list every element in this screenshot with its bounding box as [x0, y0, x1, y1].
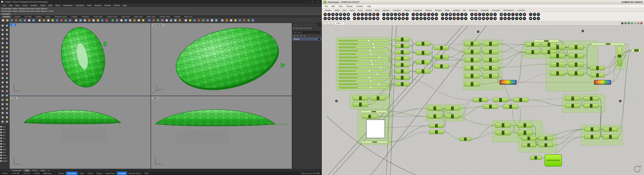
component-icon[interactable]: [452, 17, 456, 20]
gh-component[interactable]: [496, 123, 511, 128]
gh-component[interactable]: [565, 96, 580, 101]
menu-item[interactable]: Mesh: [54, 4, 62, 6]
gh-component[interactable]: [483, 66, 498, 70]
status-toggle[interactable]: Grid Snap: [66, 172, 78, 175]
toolbar-icon[interactable]: [242, 18, 246, 22]
tool-icon[interactable]: [5, 50, 9, 54]
component-icon[interactable]: [431, 17, 434, 20]
menu-item[interactable]: Curve: [21, 4, 29, 6]
gh-component[interactable]: [464, 58, 480, 62]
toolbar-icon[interactable]: [206, 18, 210, 22]
status-toggle[interactable]: SmartTrack: [104, 172, 116, 175]
component-tab[interactable]: Honeybee: [490, 9, 502, 12]
gh-component[interactable]: [565, 104, 580, 108]
viewport-perspective[interactable]: x z y Perspective: [151, 23, 292, 96]
osnap-toggle[interactable]: ✓Perp: [0, 142, 9, 145]
component-icon[interactable]: [504, 13, 507, 16]
component-icon[interactable]: [523, 13, 526, 16]
tool-icon[interactable]: [5, 72, 9, 76]
gh-component[interactable]: [584, 96, 599, 101]
canvas-widget[interactable]: [582, 30, 584, 32]
component-icon[interactable]: [435, 17, 438, 20]
zoom-control[interactable]: 100%: [335, 22, 344, 25]
component-icon[interactable]: [445, 13, 448, 16]
component-icon[interactable]: [533, 17, 536, 20]
component-icon[interactable]: [482, 17, 485, 20]
tool-icon[interactable]: [5, 45, 9, 49]
component-icon[interactable]: [445, 17, 448, 20]
tool-icon[interactable]: [5, 32, 9, 36]
gh-component[interactable]: [550, 71, 565, 76]
toolbar-icon[interactable]: [152, 18, 156, 22]
toolbar-tab[interactable]: Curve Tools: [92, 15, 104, 18]
component-icon[interactable]: [382, 17, 386, 20]
gh-component[interactable]: [395, 50, 410, 54]
tool-icon[interactable]: [0, 98, 4, 102]
menu-item[interactable]: View: [336, 5, 344, 7]
canvas-display-toggle[interactable]: [624, 22, 627, 25]
component-tab[interactable]: Kangaroo2: [412, 9, 424, 12]
component-icon[interactable]: [376, 17, 379, 20]
open-document-icon[interactable]: [327, 22, 330, 25]
component-icon[interactable]: [507, 17, 511, 20]
osnap-toggle[interactable]: Tan: [0, 145, 9, 148]
toolbar-tab[interactable]: CPlanes: [12, 15, 23, 18]
toolbar-icon[interactable]: [229, 18, 233, 22]
component-icon[interactable]: [335, 17, 338, 20]
component-tab[interactable]: Maths: [333, 9, 341, 12]
panel-tab-icon[interactable]: [296, 24, 298, 26]
cplane-selector[interactable]: CPlane: [0, 172, 10, 175]
gh-component[interactable]: [539, 136, 553, 140]
viewport-canvas-top[interactable]: x y: [10, 23, 150, 96]
status-toggle[interactable]: Planar: [86, 172, 95, 175]
gh-component[interactable]: [445, 106, 460, 110]
toolbar-tab[interactable]: SubD Tools: [132, 15, 145, 18]
tool-icon[interactable]: [0, 120, 4, 124]
gh-number-slider[interactable]: [338, 63, 384, 65]
layers-toolbar-icon[interactable]: [310, 27, 312, 29]
gh-component[interactable]: [464, 50, 480, 54]
tool-icon[interactable]: [5, 98, 9, 102]
toolbar-icon[interactable]: [120, 18, 124, 22]
component-icon[interactable]: [402, 17, 405, 20]
component-icon[interactable]: [382, 13, 386, 16]
component-tab[interactable]: Display: [402, 9, 412, 12]
search-input[interactable]: [296, 31, 320, 33]
component-icon[interactable]: [460, 17, 464, 20]
toolbar-icon[interactable]: [10, 18, 14, 22]
component-icon[interactable]: [364, 13, 368, 16]
viewport-right[interactable]: y z Right: [151, 96, 292, 169]
tool-icon[interactable]: [0, 115, 4, 119]
gh-component[interactable]: [518, 130, 532, 135]
menu-item[interactable]: SubD: [39, 4, 46, 6]
menu-item[interactable]: Solid: [46, 4, 54, 6]
gh-component[interactable]: [617, 46, 622, 66]
status-toggle[interactable]: Gumball: [117, 172, 127, 175]
command-history[interactable]: Grasshopper option ( Window Document Sol…: [0, 7, 322, 13]
component-icon[interactable]: [343, 13, 346, 16]
component-icon[interactable]: [529, 17, 532, 20]
tool-icon[interactable]: [0, 54, 4, 58]
component-icon[interactable]: [474, 13, 478, 16]
canvas-display-toggle[interactable]: [637, 22, 640, 25]
tool-icon[interactable]: [5, 76, 9, 80]
gh-component[interactable]: [483, 42, 498, 46]
osnap-toggle[interactable]: ✓Cen: [0, 137, 9, 139]
toolbar-icon[interactable]: [18, 18, 22, 22]
gh-component[interactable]: [590, 73, 605, 77]
toolbar-icon[interactable]: [46, 18, 50, 22]
component-icon[interactable]: [494, 13, 497, 16]
panel-tab-icon[interactable]: [306, 24, 308, 26]
menu-item[interactable]: Dimension: [62, 4, 74, 6]
toolbar-tab[interactable]: Transform: [80, 15, 91, 18]
gh-component[interactable]: [416, 51, 430, 55]
toolbar-icon[interactable]: [238, 18, 242, 22]
tool-icon[interactable]: [0, 72, 4, 76]
component-icon[interactable]: [419, 17, 422, 20]
toolbar-icon[interactable]: [132, 18, 136, 22]
layers-toolbar-icon[interactable]: [301, 27, 304, 29]
osnap-toggle[interactable]: Vertex: [0, 154, 9, 157]
component-icon[interactable]: [360, 13, 364, 16]
gh-component[interactable]: [522, 143, 536, 147]
gh-gradient[interactable]: [594, 80, 611, 84]
